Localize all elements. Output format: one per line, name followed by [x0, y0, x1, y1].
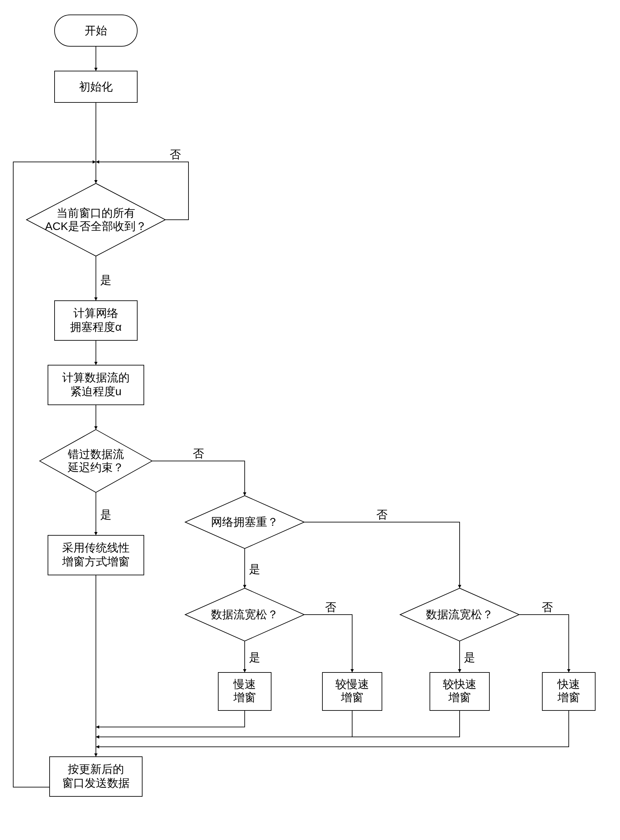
label-looseL-yes: 是 — [249, 651, 260, 663]
label-missed-yes: 是 — [100, 508, 111, 521]
label-netheavy-no: 否 — [376, 508, 388, 521]
edge-faster-merge — [96, 711, 460, 737]
flowchart-canvas: 开始 初始化 否 当前窗口的所有 ACK是否全部收到？ 是 计算网络 拥塞程度α… — [0, 0, 620, 840]
label-looseR-yes: 是 — [464, 651, 475, 663]
slower-inc-l1: 较慢速 — [335, 678, 369, 690]
edge-fast-merge — [96, 711, 569, 747]
label-netheavy-yes: 是 — [249, 563, 260, 575]
ack-decision-l1: 当前窗口的所有 — [57, 207, 135, 219]
calc-u-l2: 紧迫程度u — [71, 385, 122, 398]
edge-looseL-no — [304, 615, 352, 672]
ack-decision-l2: ACK是否全部收到？ — [45, 220, 147, 232]
linear-inc-l2: 增窗方式增窗 — [62, 555, 129, 568]
label-ack-no: 否 — [170, 148, 181, 160]
label-looseL-no: 否 — [325, 601, 336, 613]
flow-loose-left-text: 数据流宽松？ — [211, 608, 278, 621]
send-data-l1: 按更新后的 — [68, 763, 124, 775]
net-heavy-text: 网络拥塞重？ — [211, 516, 278, 528]
label-looseR-no: 否 — [542, 601, 553, 613]
calc-alpha-l2: 拥塞程度α — [70, 321, 122, 333]
missed-delay-l2: 延迟约束？ — [68, 461, 124, 474]
faster-inc-l1: 较快速 — [443, 678, 477, 690]
label-missed-no: 否 — [193, 447, 204, 460]
missed-delay-l1: 错过数据流 — [68, 448, 124, 460]
slower-inc-l2: 增窗 — [340, 691, 363, 704]
slow-inc-l2: 增窗 — [233, 691, 256, 704]
calc-u-l1: 计算数据流的 — [62, 371, 129, 384]
edge-slow-merge — [96, 711, 245, 727]
linear-inc-l1: 采用传统线性 — [62, 541, 129, 554]
edge-slower-merge — [96, 711, 352, 737]
edge-looseR-no — [519, 615, 569, 672]
label-ack-yes: 是 — [100, 274, 111, 286]
faster-inc-l2: 增窗 — [448, 691, 471, 704]
calc-alpha-l1: 计算网络 — [74, 307, 118, 319]
flow-loose-right-text: 数据流宽松？ — [426, 608, 494, 621]
fast-inc-l2: 增窗 — [557, 691, 580, 704]
init-node: 初始化 — [79, 80, 113, 93]
start-node: 开始 — [85, 24, 107, 37]
edge-missed-no — [152, 461, 245, 496]
fast-inc-l1: 快速 — [557, 678, 580, 690]
slow-inc-l1: 慢速 — [233, 678, 256, 690]
edge-netheavy-no — [304, 522, 460, 588]
send-data-l2: 窗口发送数据 — [62, 777, 129, 789]
